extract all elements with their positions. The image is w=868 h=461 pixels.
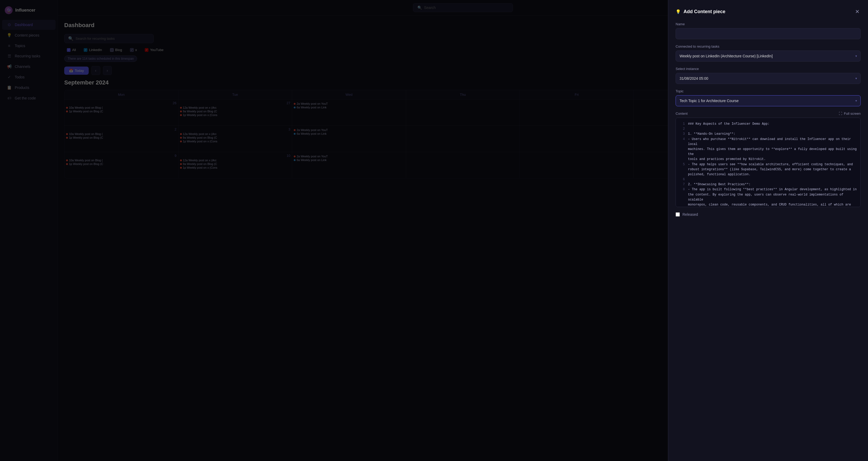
- code-line-1: 1 ### Key Aspects of the Influencer Demo…: [680, 122, 857, 127]
- topic-label: Topic: [676, 89, 861, 93]
- topic-field-group: Topic Tech Topic 1 for Architecture Cour…: [676, 89, 861, 106]
- content-label: Content: [676, 112, 688, 116]
- released-label: Released: [682, 212, 698, 217]
- code-line-5c: polished, functional application.: [680, 172, 857, 177]
- released-checkbox[interactable]: [676, 212, 680, 217]
- modal-close-button[interactable]: ✕: [854, 7, 861, 16]
- add-content-piece-modal: 💡 Add Content piece ✕ Name Connected to …: [668, 0, 868, 461]
- code-line-8b: the content. By exploring the app, users…: [680, 192, 857, 202]
- fullscreen-button[interactable]: ⛶ Full screen: [839, 112, 861, 116]
- connected-select[interactable]: Weekly post on LinkedIn (Architecture Co…: [676, 51, 861, 62]
- content-field-group: Content ⛶ Full screen 1 ### Key Aspects …: [676, 112, 861, 207]
- code-line-8c: monorepos, clean code, reusable componen…: [680, 202, 857, 207]
- connected-field-group: Connected to recurring tasks Weekly post…: [676, 44, 861, 62]
- instance-select-wrapper: 31/08/2024 05:00 ▾: [676, 73, 861, 84]
- modal-title-row: 💡 Add Content piece: [676, 9, 725, 14]
- instance-select[interactable]: 31/08/2024 05:00: [676, 73, 861, 84]
- code-line-5: 5 - The app helps users see **how scalab…: [680, 162, 857, 167]
- instance-label: Select instance: [676, 67, 861, 71]
- modal-header: 💡 Add Content piece ✕: [676, 7, 861, 16]
- topic-select[interactable]: Tech Topic 1 for Architecture Course: [676, 95, 861, 106]
- name-input[interactable]: [676, 28, 861, 39]
- code-line-3: 3 1. **Hands-On Learning**:: [680, 131, 857, 136]
- code-line-6: 6: [680, 177, 857, 182]
- code-line-4: 4 - Users who purchase **Nitrokit** can …: [680, 137, 857, 147]
- fullscreen-icon: ⛶: [839, 112, 842, 116]
- modal-title: Add Content piece: [683, 9, 725, 14]
- code-line-8: 8 - The app is built following **best pr…: [680, 187, 857, 192]
- connected-label: Connected to recurring tasks: [676, 44, 861, 49]
- instance-field-group: Select instance 31/08/2024 05:00 ▾: [676, 67, 861, 84]
- name-field-group: Name: [676, 22, 861, 39]
- code-line-7: 7 2. **Showcasing Best Practices**:: [680, 182, 857, 187]
- code-line-4c: tools and practices promoted by Nitrokit…: [680, 157, 857, 162]
- topic-select-wrapper: Tech Topic 1 for Architecture Course ▾: [676, 95, 861, 106]
- code-line-5b: robust integrations** (like Supabase, Ta…: [680, 167, 857, 172]
- released-row: Released: [676, 212, 861, 217]
- content-editor[interactable]: 1 ### Key Aspects of the Influencer Demo…: [676, 118, 861, 207]
- code-line-4b: machines. This gives them an opportunity…: [680, 147, 857, 157]
- modal-title-icon: 💡: [676, 9, 681, 14]
- connected-select-wrapper: Weekly post on LinkedIn (Architecture Co…: [676, 51, 861, 62]
- content-header: Content ⛶ Full screen: [676, 112, 861, 116]
- code-line-2: 2: [680, 127, 857, 131]
- name-label: Name: [676, 22, 861, 26]
- modal-overlay[interactable]: 💡 Add Content piece ✕ Name Connected to …: [0, 0, 868, 461]
